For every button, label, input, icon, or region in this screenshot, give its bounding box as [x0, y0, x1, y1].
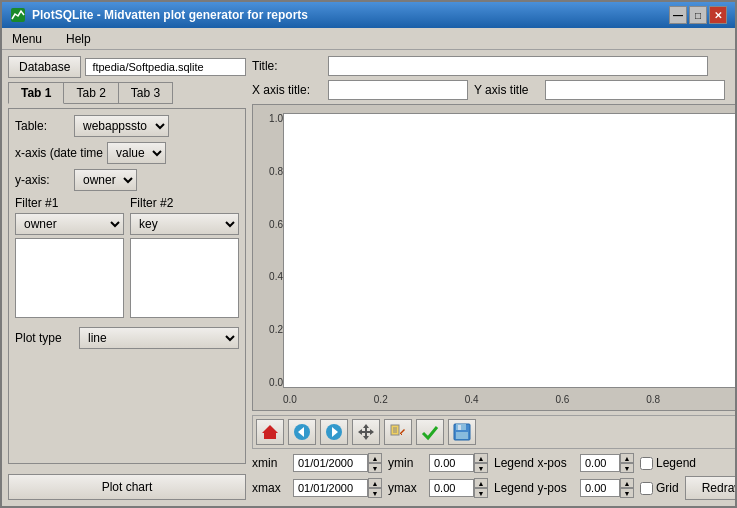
legend-xpos-label: Legend x-pos: [494, 456, 574, 470]
edit-button[interactable]: [384, 419, 412, 445]
grid-label: Grid: [656, 481, 679, 495]
database-button[interactable]: Database: [8, 56, 81, 78]
save-icon: [453, 423, 471, 441]
filter1-list[interactable]: [15, 238, 124, 318]
tab-content: Table: webappssto x-axis (date time valu…: [8, 108, 246, 464]
xmax-down-button[interactable]: ▼: [368, 488, 382, 498]
yaxis-row: y-axis: owner: [15, 169, 239, 191]
menu-menu[interactable]: Menu: [6, 30, 48, 48]
filter2-label: Filter #2: [130, 196, 239, 210]
bottom-row-2: xmax ▲ ▼ ymax ▲ ▼: [252, 476, 735, 500]
ymax-spin-buttons: ▲ ▼: [474, 478, 488, 498]
y-label-0.4: 0.4: [269, 271, 283, 282]
tab-2[interactable]: Tab 2: [63, 82, 118, 104]
legend-checkbox[interactable]: [640, 457, 653, 470]
title-input[interactable]: [328, 56, 708, 76]
legend-ypos-up-button[interactable]: ▲: [620, 478, 634, 488]
legend-xpos-input[interactable]: [580, 454, 620, 472]
redraw-button[interactable]: Redraw: [685, 476, 735, 500]
tabs-row: Tab 1 Tab 2 Tab 3: [8, 82, 246, 104]
x-label-0.4: 0.4: [465, 394, 479, 405]
db-path: ftpedia/Softpedia.sqlite: [85, 58, 246, 76]
home-button[interactable]: [256, 419, 284, 445]
bottom-controls: xmin ▲ ▼ ymin ▲ ▼: [252, 453, 735, 500]
ymax-up-button[interactable]: ▲: [474, 478, 488, 488]
forward-icon: [325, 423, 343, 441]
legend-ypos-down-button[interactable]: ▼: [620, 488, 634, 498]
ymax-input[interactable]: [429, 479, 474, 497]
table-label: Table:: [15, 119, 70, 133]
legend-xpos-up-button[interactable]: ▲: [620, 453, 634, 463]
xaxis-title-input[interactable]: [328, 80, 468, 100]
xmin-up-button[interactable]: ▲: [368, 453, 382, 463]
legend-xpos-down-button[interactable]: ▼: [620, 463, 634, 473]
filter2-select[interactable]: key: [130, 213, 239, 235]
back-button[interactable]: [288, 419, 316, 445]
ymin-down-button[interactable]: ▼: [474, 463, 488, 473]
menu-help[interactable]: Help: [60, 30, 97, 48]
check-icon: [421, 423, 439, 441]
xmax-input[interactable]: [293, 479, 368, 497]
xaxis-row: x-axis (date time value: [15, 142, 239, 164]
filter2-list[interactable]: [130, 238, 239, 318]
chart-plot-area: [283, 113, 735, 388]
ymin-spin-buttons: ▲ ▼: [474, 453, 488, 473]
db-row: Database ftpedia/Softpedia.sqlite: [8, 56, 246, 78]
legend-label: Legend: [656, 456, 696, 470]
ymin-up-button[interactable]: ▲: [474, 453, 488, 463]
xaxis-select[interactable]: value: [107, 142, 166, 164]
left-panel: Database ftpedia/Softpedia.sqlite Tab 1 …: [8, 56, 246, 500]
xaxis-field-label: X axis title:: [252, 83, 322, 97]
forward-button[interactable]: [320, 419, 348, 445]
svg-rect-16: [458, 425, 461, 430]
svg-rect-2: [267, 434, 273, 439]
xaxis-label: x-axis (date time: [15, 146, 103, 160]
table-select[interactable]: webappssto: [74, 115, 169, 137]
maximize-button[interactable]: □: [689, 6, 707, 24]
svg-marker-7: [358, 424, 374, 440]
check-button[interactable]: [416, 419, 444, 445]
filter-row: Filter #1 owner Filter #2 key: [15, 196, 239, 318]
title-input-row: Title:: [252, 56, 735, 76]
move-button[interactable]: [352, 419, 380, 445]
ymax-spinbox: ▲ ▼: [429, 478, 488, 498]
xmin-input[interactable]: [293, 454, 368, 472]
legend-checkbox-label: Legend: [640, 456, 696, 470]
legend-xpos-spin-buttons: ▲ ▼: [620, 453, 634, 473]
edit-icon: [389, 423, 407, 441]
ymin-input[interactable]: [429, 454, 474, 472]
save-button[interactable]: [448, 419, 476, 445]
plot-type-select[interactable]: line bar scatter: [79, 327, 239, 349]
legend-ypos-input[interactable]: [580, 479, 620, 497]
table-row: Table: webappssto: [15, 115, 239, 137]
right-panel: Title: X axis title: Y axis title 1.0 0.…: [252, 56, 735, 500]
legend-ypos-label: Legend y-pos: [494, 481, 574, 495]
y-label-0.6: 0.6: [269, 219, 283, 230]
minimize-button[interactable]: —: [669, 6, 687, 24]
grid-checkbox[interactable]: [640, 482, 653, 495]
plot-chart-button[interactable]: Plot chart: [8, 474, 246, 500]
bottom-row-1: xmin ▲ ▼ ymin ▲ ▼: [252, 453, 735, 473]
menu-bar: Menu Help: [2, 28, 735, 50]
x-axis-labels: 0.0 0.2 0.4 0.6 0.8 1.0: [283, 390, 735, 408]
y-label-0.2: 0.2: [269, 324, 283, 335]
close-button[interactable]: ✕: [709, 6, 727, 24]
svg-rect-17: [456, 432, 468, 439]
filter1-select[interactable]: owner: [15, 213, 124, 235]
y-label-1.0: 1.0: [269, 113, 283, 124]
title-field-label: Title:: [252, 59, 322, 73]
tab-1[interactable]: Tab 1: [8, 82, 64, 104]
ymin-label: ymin: [388, 456, 423, 470]
x-label-0.0: 0.0: [283, 394, 297, 405]
xmin-label: xmin: [252, 456, 287, 470]
x-label-0.8: 0.8: [646, 394, 660, 405]
ymax-down-button[interactable]: ▼: [474, 488, 488, 498]
filter2-col: Filter #2 key: [130, 196, 239, 318]
plot-type-row: Plot type line bar scatter: [15, 327, 239, 349]
xmax-up-button[interactable]: ▲: [368, 478, 382, 488]
yaxis-title-input[interactable]: [545, 80, 725, 100]
yaxis-select[interactable]: owner: [74, 169, 137, 191]
tab-3[interactable]: Tab 3: [118, 82, 173, 104]
home-icon: [261, 423, 279, 441]
xmin-down-button[interactable]: ▼: [368, 463, 382, 473]
